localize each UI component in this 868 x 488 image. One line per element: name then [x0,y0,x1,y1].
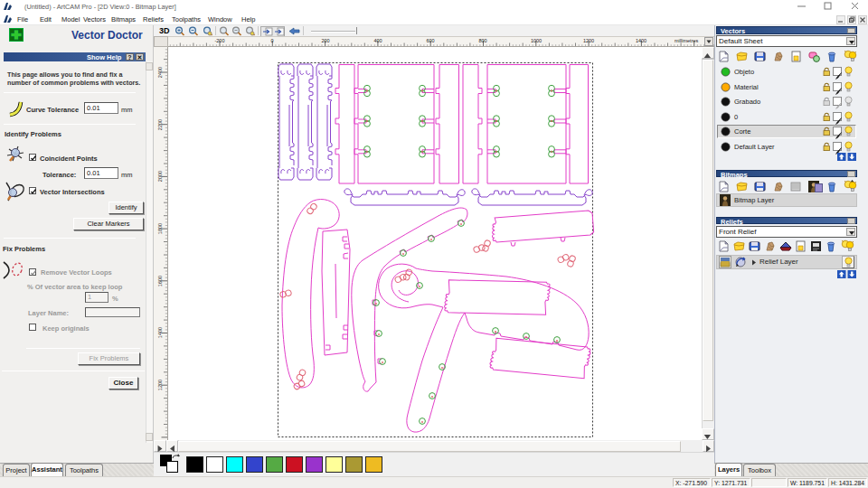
svg-text:400: 400 [373,38,382,43]
svg-text:1800: 1800 [157,223,163,234]
svg-text:1600: 1600 [157,276,163,286]
svg-text:1200: 1200 [157,380,163,390]
svg-text:millimetres: millimetres [675,38,699,43]
svg-text:-200: -200 [214,38,224,43]
svg-text:800: 800 [478,38,486,43]
svg-text:1000: 1000 [531,38,542,43]
svg-text:200: 200 [321,38,329,43]
svg-text:2000: 2000 [157,171,163,182]
svg-text:2400: 2400 [157,67,163,78]
svg-text:0: 0 [270,38,273,43]
svg-text:1200: 1200 [583,38,594,43]
svg-text:600: 600 [426,38,434,43]
svg-text:2200: 2200 [157,119,163,130]
svg-text:1400: 1400 [636,38,646,43]
svg-text:1400: 1400 [157,327,163,338]
